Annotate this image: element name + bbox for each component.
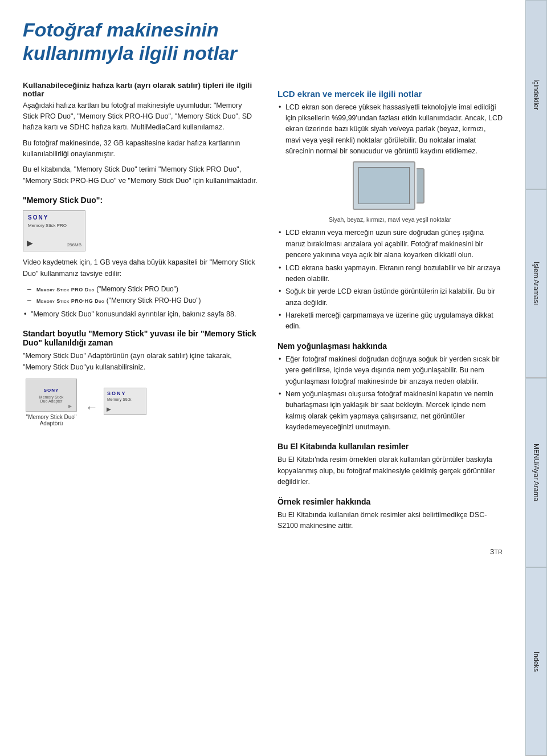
page-number: 3	[490, 547, 494, 556]
tab-label-islem: İşlem Araması	[532, 262, 540, 305]
full-size-slot: SONY Memory StickDuo Adapter ▶	[26, 379, 77, 412]
duo-arrow-icon: ▶	[107, 406, 111, 412]
resimler-text: Bu El Kitabı'nda resim örnekleri olarak …	[277, 454, 503, 487]
dash-list: Memory Stick PRO Duo ("Memory Stick PRO …	[27, 284, 259, 306]
bullet-item-1: "Memory Stick Duo" konusundaki ayrıntıla…	[23, 309, 259, 320]
dash-item-1: Memory Stick PRO Duo ("Memory Stick PRO …	[27, 284, 259, 294]
sidebar-tabs: İçindekiler İşlem Araması MENU/Ayar Aram…	[525, 0, 547, 756]
tab-label-indeks: İndeks	[532, 652, 540, 672]
lcd-image-area: Siyah, beyaz, kırmızı, mavi veya yeşil n…	[277, 161, 503, 223]
card-arrow-icon: ▶	[27, 238, 33, 247]
ornek-text: Bu El Kitabında kullanılan örnek resimle…	[277, 510, 503, 532]
adapter-card-wrap: SONY Memory StickDuo Adapter ▶ "Memory S…	[23, 379, 80, 426]
memory-stick-desc: Video kaydetmek için, 1 GB veya daha büy…	[23, 257, 259, 279]
tab-label-icerik: İçindekiler	[532, 79, 540, 110]
bullet-list-1: "Memory Stick Duo" konusundaki ayrıntıla…	[23, 309, 259, 320]
lcd-bullet-2: LCD ekranın veya merceğin uzun süre doğr…	[277, 227, 503, 261]
duo-card-wrap: SONY Memory Stick ▶	[104, 388, 146, 415]
terminology-text: Bu el kitabında, "Memory Stick Duo" teri…	[23, 164, 259, 186]
camera-side-panel	[417, 168, 424, 204]
standart-heading: Standart boyutlu "Memory Stick" yuvası i…	[23, 329, 259, 347]
resimler-heading: Bu El Kitabında kullanılan resimler	[277, 442, 503, 451]
dash-paren-1: ("Memory Stick PRO Duo")	[96, 285, 178, 293]
duo-sony-logo: SONY	[107, 391, 126, 396]
adapter-arrow-icon: ←	[85, 400, 98, 415]
adapter-section: SONY Memory StickDuo Adapter ▶ "Memory S…	[23, 379, 259, 426]
main-content: Fotoğraf makinesinin kullanımıyla ilgili…	[0, 0, 525, 756]
title-line1: Fotoğraf makinesinin	[23, 19, 219, 40]
lcd-heading: LCD ekran ve mercek ile ilgili notlar	[277, 89, 503, 99]
lcd-bullet-1: LCD ekran son derece yüksek hassasiyetli…	[277, 102, 503, 157]
intro-text: Aşağıdaki hafıza kartları bu fotoğraf ma…	[23, 100, 259, 133]
page-number-area: 3 TR	[23, 547, 503, 556]
nem-heading: Nem yoğunlaşması hakkında	[277, 342, 503, 351]
adapter-label: "Memory Stick Duo" Adaptörü	[23, 414, 80, 426]
sidebar-tab-islem[interactable]: İşlem Araması	[525, 189, 547, 379]
page: İçindekiler İşlem Araması MENU/Ayar Aram…	[0, 0, 547, 756]
ornek-heading: Örnek resimler hakkında	[277, 497, 503, 506]
title-line2: kullanımıyla ilgili notlar	[23, 42, 237, 64]
intro-heading: Kullanabileceğiniz hafıza kartı (ayrı ol…	[23, 81, 259, 98]
capacity-text: Bu fotoğraf makinesinde, 32 GB kapasites…	[23, 138, 259, 160]
left-column: Kullanabileceğiniz hafıza kartı (ayrı ol…	[23, 81, 259, 536]
lcd-bullet-3: LCD ekrana baskı yapmayın. Ekranın rengi…	[277, 263, 503, 285]
lcd-bullet-list-2: LCD ekranın veya merceğin uzun süre doğr…	[277, 227, 503, 332]
tab-label-menu: MENU/Ayar Arama	[532, 444, 540, 501]
dash-label-2: Memory Stick PRO·HG Duo	[36, 298, 104, 304]
sidebar-tab-menu[interactable]: MENU/Ayar Arama	[525, 378, 547, 567]
right-column: LCD ekran ve mercek ile ilgili notlar LC…	[277, 81, 503, 536]
camera-body	[353, 161, 415, 210]
page-suffix: TR	[494, 548, 503, 555]
duo-card: SONY Memory Stick ▶	[104, 388, 146, 415]
lcd-bullet-4: Soğuk bir yerde LCD ekran üstünde görünt…	[277, 286, 503, 308]
memory-stick-heading: "Memory Stick Duo":	[23, 196, 259, 205]
lcd-bullet-5: Hareketli merceği çarpmamaya ve üzerine …	[277, 310, 503, 332]
duo-card-label: Memory Stick	[107, 397, 131, 401]
dash-paren-2: ("Memory Stick PRO-HG Duo")	[107, 296, 201, 304]
sony-logo: SONY	[28, 214, 48, 221]
camera-lcd-image	[353, 161, 427, 214]
lcd-bullet-list: LCD ekran son derece yüksek hassasiyetli…	[277, 102, 503, 157]
nem-bullet-list: Eğer fotoğraf makinesi doğrudan doğruya …	[277, 354, 503, 433]
two-column-layout: Kullanabileceğiniz hafıza kartı (ayrı ol…	[23, 81, 503, 536]
card-capacity-label: 256MB	[67, 242, 81, 247]
dash-label-1: Memory Stick PRO Duo	[36, 287, 95, 292]
lcd-caption: Siyah, beyaz, kırmızı, mavi veya yeşil n…	[329, 216, 451, 223]
dash-item-2: Memory Stick PRO·HG Duo ("Memory Stick P…	[27, 295, 259, 306]
standart-text: "Memory Stick Duo" Adaptörünün (ayrı ola…	[23, 351, 259, 373]
page-title: Fotoğraf makinesinin kullanımıyla ilgili…	[23, 18, 503, 65]
memory-stick-card-image: SONY Memory Stick PRO ▶ 256MB	[23, 210, 85, 251]
nem-bullet-1: Eğer fotoğraf makinesi doğrudan doğruya …	[277, 354, 503, 387]
lcd-screen	[358, 167, 410, 204]
sidebar-tab-indeks[interactable]: İndeks	[525, 567, 547, 757]
nem-bullet-2: Nem yoğunlaşması oluşursa fotoğraf makin…	[277, 389, 503, 433]
sidebar-tab-icerik[interactable]: İçindekiler	[525, 0, 547, 189]
card-type-label: Memory Stick PRO	[28, 223, 67, 228]
